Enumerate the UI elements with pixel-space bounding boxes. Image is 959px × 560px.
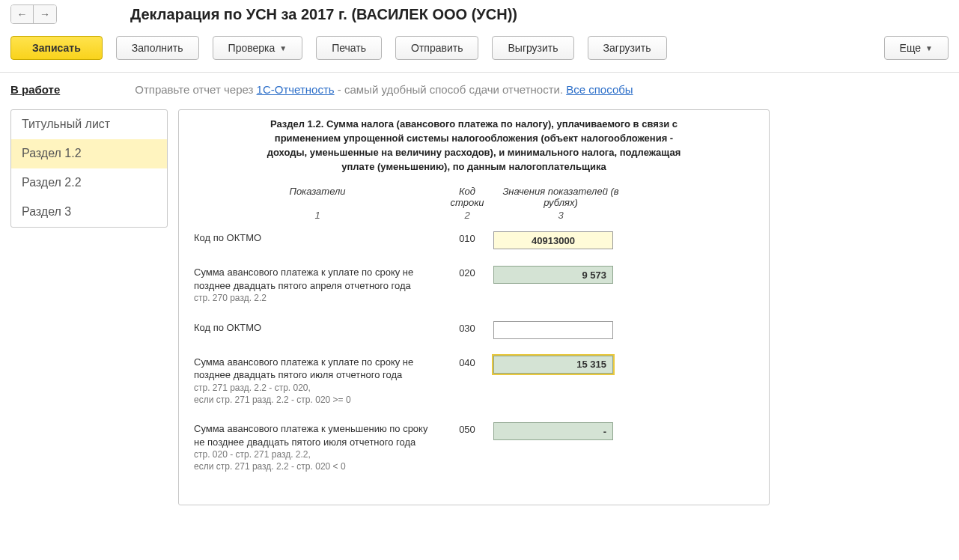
row-label: Сумма авансового платежа к уплате по сро… — [194, 356, 441, 406]
import-button[interactable]: Загрузить — [588, 36, 667, 60]
toolbar: Записать Заполнить Проверка▼ Печать Отпр… — [0, 31, 959, 73]
check-button[interactable]: Проверка▼ — [213, 36, 303, 60]
col-num-3: 3 — [493, 210, 628, 221]
value-field[interactable]: 40913000 — [493, 231, 613, 249]
link-all-methods[interactable]: Все способы — [566, 83, 633, 96]
fill-button-label: Заполнить — [132, 42, 183, 54]
export-button[interactable]: Выгрузить — [492, 36, 573, 60]
sidebar-item-section-1-2[interactable]: Раздел 1.2 — [11, 139, 167, 168]
import-button-label: Загрузить — [603, 42, 651, 54]
main-area: Титульный лист Раздел 1.2 Раздел 2.2 Раз… — [0, 106, 959, 505]
nav-buttons: ← → — [10, 4, 57, 24]
arrow-right-icon: → — [40, 8, 50, 20]
info-bar: В работе Отправьте отчет через 1С-Отчетн… — [0, 73, 959, 106]
row-code: 020 — [441, 266, 493, 279]
sidebar-item-section-2-2[interactable]: Раздел 2.2 — [11, 168, 167, 198]
info-middle: - самый удобный способ сдачи отчетности. — [335, 83, 567, 96]
column-numbers: 1 2 3 — [194, 210, 754, 221]
col-header-values: Значения показателей (в рублях) — [493, 186, 628, 208]
send-button-label: Отправить — [411, 42, 463, 54]
link-1c-reporting[interactable]: 1С-Отчетность — [257, 83, 335, 96]
info-text: Отправьте отчет через 1С-Отчетность - са… — [135, 83, 633, 96]
write-button-label: Записать — [32, 42, 81, 54]
more-button[interactable]: Еще▼ — [884, 36, 949, 60]
status-link[interactable]: В работе — [10, 83, 60, 96]
print-button-label: Печать — [332, 42, 366, 54]
col-num-2: 2 — [441, 210, 493, 221]
back-button[interactable]: ← — [11, 5, 34, 23]
row-code: 050 — [441, 422, 493, 435]
value-field[interactable] — [493, 321, 613, 339]
sidebar-item-title-page[interactable]: Титульный лист — [11, 110, 167, 139]
row-sublabel: стр. 020 - стр. 271 разд. 2.2, если стр.… — [194, 448, 433, 472]
form-row: Код по ОКТМО01040913000 — [194, 231, 754, 249]
value-field[interactable]: 15 315 — [493, 356, 613, 374]
col-num-1: 1 — [194, 210, 441, 221]
more-button-label: Еще — [900, 42, 922, 54]
row-code: 010 — [441, 231, 493, 244]
row-sublabel: стр. 270 разд. 2.2 — [194, 292, 433, 304]
section-heading: Раздел 1.2. Сумма налога (авансового пла… — [264, 118, 684, 174]
export-button-label: Выгрузить — [508, 42, 558, 54]
page-title: Декларация по УСН за 2017 г. (ВАСИЛЕК ОО… — [130, 6, 517, 23]
fill-button[interactable]: Заполнить — [116, 36, 199, 60]
column-headers: Показатели Код строки Значения показател… — [194, 186, 754, 208]
value-field[interactable]: - — [493, 422, 613, 440]
sidebar-item-section-3[interactable]: Раздел 3 — [11, 198, 167, 227]
side-nav: Титульный лист Раздел 1.2 Раздел 2.2 Раз… — [10, 109, 168, 228]
arrow-left-icon: ← — [17, 8, 28, 20]
write-button[interactable]: Записать — [10, 36, 103, 60]
row-label: Сумма авансового платежа к уплате по сро… — [194, 266, 441, 304]
forward-button[interactable]: → — [34, 5, 56, 23]
form-row: Код по ОКТМО030 — [194, 321, 754, 339]
form-row: Сумма авансового платежа к уплате по сро… — [194, 266, 754, 304]
chevron-down-icon: ▼ — [925, 44, 933, 52]
title-bar: ← → Декларация по УСН за 2017 г. (ВАСИЛЕ… — [0, 0, 959, 31]
form-row: Сумма авансового платежа к уменьшению по… — [194, 422, 754, 472]
form-row: Сумма авансового платежа к уплате по сро… — [194, 356, 754, 406]
row-sublabel: стр. 271 разд. 2.2 - стр. 020, если стр.… — [194, 382, 433, 406]
chevron-down-icon: ▼ — [279, 44, 287, 52]
content-pane: Раздел 1.2. Сумма налога (авансового пла… — [178, 109, 770, 505]
info-before: Отправьте отчет через — [135, 83, 256, 96]
col-header-indicators: Показатели — [194, 186, 441, 208]
print-button[interactable]: Печать — [316, 36, 382, 60]
row-label: Код по ОКТМО — [194, 321, 441, 335]
row-label: Сумма авансового платежа к уменьшению по… — [194, 422, 441, 472]
row-code: 030 — [441, 321, 493, 334]
row-code: 040 — [441, 356, 493, 368]
check-button-label: Проверка — [228, 42, 275, 54]
col-header-code: Код строки — [441, 186, 493, 208]
value-field[interactable]: 9 573 — [493, 266, 613, 284]
row-label: Код по ОКТМО — [194, 231, 441, 245]
send-button[interactable]: Отправить — [395, 36, 478, 60]
